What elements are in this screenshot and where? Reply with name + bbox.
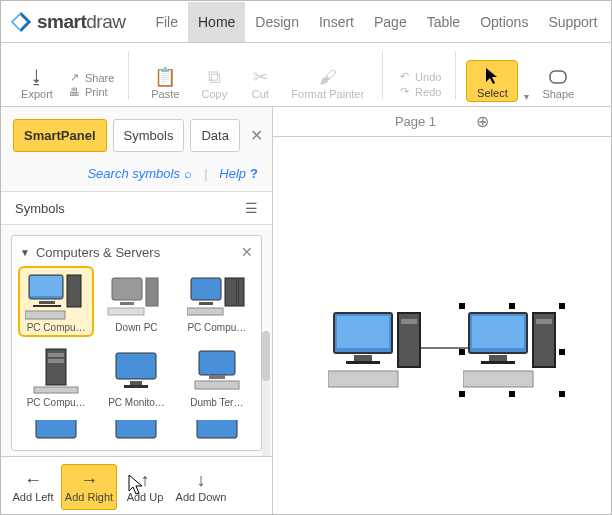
share-button[interactable]: ↗Share bbox=[67, 71, 114, 84]
add-up-button[interactable]: ↑Add Up bbox=[117, 465, 173, 509]
workspace: SmartPanel Symbols Data ✕ Search symbols… bbox=[1, 107, 611, 515]
symbols-header: Symbols ☰ bbox=[1, 191, 272, 225]
print-button[interactable]: 🖶Print bbox=[67, 86, 114, 98]
export-button[interactable]: ⭳ Export bbox=[11, 62, 63, 102]
svg-rect-8 bbox=[120, 302, 134, 305]
shape-button[interactable]: Shape bbox=[534, 62, 582, 102]
svg-rect-32 bbox=[346, 361, 380, 364]
node-pc-2-selected[interactable] bbox=[463, 307, 563, 400]
svg-rect-21 bbox=[130, 381, 142, 385]
select-dropdown[interactable]: ▾ bbox=[518, 91, 534, 102]
svg-rect-19 bbox=[34, 387, 78, 393]
selection-handle[interactable] bbox=[459, 349, 465, 355]
add-left-button[interactable]: ←Add Left bbox=[5, 465, 61, 509]
svg-rect-28 bbox=[197, 420, 237, 438]
copy-icon: ⧉ bbox=[208, 66, 221, 88]
svg-rect-27 bbox=[116, 420, 156, 438]
selection-handle[interactable] bbox=[459, 303, 465, 309]
copy-button[interactable]: ⧉ Copy bbox=[191, 62, 237, 102]
symbol-pc-computer-3[interactable]: PC Compu… bbox=[18, 341, 94, 412]
toolbar: ⭳ Export ↗Share 🖶Print 📋 Paste ⧉ Copy ✂ … bbox=[1, 43, 611, 107]
paste-icon: 📋 bbox=[154, 66, 176, 88]
add-page-icon[interactable]: ⊕ bbox=[476, 112, 489, 131]
node-pc-1[interactable] bbox=[328, 307, 428, 400]
menu-items: File Home Design Insert Page Table Optio… bbox=[145, 2, 607, 42]
svg-rect-35 bbox=[328, 371, 398, 387]
help-link[interactable]: Help ? bbox=[219, 166, 258, 181]
svg-rect-26 bbox=[36, 420, 76, 438]
tab-symbols[interactable]: Symbols bbox=[113, 119, 185, 152]
menu-design[interactable]: Design bbox=[245, 2, 309, 42]
symbol-item-7[interactable] bbox=[18, 416, 94, 444]
selection-handle[interactable] bbox=[559, 391, 565, 397]
svg-rect-20 bbox=[116, 353, 156, 379]
selection-handle[interactable] bbox=[509, 391, 515, 397]
menu-table[interactable]: Table bbox=[417, 2, 470, 42]
menu-insert[interactable]: Insert bbox=[309, 2, 364, 42]
selection-handle[interactable] bbox=[509, 303, 515, 309]
symbol-dumb-terminal[interactable]: Dumb Ter… bbox=[179, 341, 255, 412]
svg-rect-39 bbox=[481, 361, 515, 364]
svg-rect-4 bbox=[33, 305, 61, 307]
tab-smartpanel[interactable]: SmartPanel bbox=[13, 119, 107, 152]
svg-rect-11 bbox=[191, 278, 221, 300]
symbol-item-9[interactable] bbox=[179, 416, 255, 444]
menu-file[interactable]: File bbox=[145, 2, 188, 42]
symbol-item-8[interactable] bbox=[98, 416, 174, 444]
redo-button[interactable]: ↷Redo bbox=[397, 85, 441, 98]
tabs-close-icon[interactable]: ✕ bbox=[246, 122, 267, 149]
page-tab[interactable]: Page 1 bbox=[395, 114, 436, 129]
canvas-area: Page 1 ⊕ bbox=[273, 107, 611, 515]
hamburger-icon[interactable]: ☰ bbox=[245, 200, 258, 216]
undo-button[interactable]: ↶Undo bbox=[397, 70, 441, 83]
svg-rect-5 bbox=[67, 275, 81, 307]
side-panel: SmartPanel Symbols Data ✕ Search symbols… bbox=[1, 107, 273, 515]
format-painter-icon: 🖌 bbox=[319, 66, 337, 88]
cursor-icon bbox=[484, 65, 500, 87]
undo-icon: ↶ bbox=[397, 70, 411, 83]
search-icon: ⌕ bbox=[184, 166, 192, 181]
chevron-down-icon: ▼ bbox=[20, 247, 30, 258]
category-header[interactable]: ▼ Computers & Servers ✕ bbox=[18, 242, 255, 266]
symbol-pc-monitor[interactable]: PC Monito… bbox=[98, 341, 174, 412]
shape-icon bbox=[549, 66, 567, 88]
arrow-left-icon: ← bbox=[24, 471, 42, 489]
menu-options[interactable]: Options bbox=[470, 2, 538, 42]
menu-support[interactable]: Support bbox=[538, 2, 607, 42]
redo-icon: ↷ bbox=[397, 85, 411, 98]
category-close-icon[interactable]: ✕ bbox=[241, 244, 253, 260]
svg-rect-34 bbox=[401, 319, 417, 324]
svg-rect-13 bbox=[225, 278, 237, 306]
selection-handle[interactable] bbox=[559, 303, 565, 309]
paste-button[interactable]: 📋 Paste bbox=[139, 62, 191, 102]
tab-data[interactable]: Data bbox=[190, 119, 239, 152]
svg-rect-24 bbox=[209, 375, 225, 379]
svg-rect-25 bbox=[195, 381, 239, 389]
svg-rect-41 bbox=[536, 319, 552, 324]
arrow-up-icon: ↑ bbox=[141, 471, 150, 489]
symbol-grid: PC Compu… Down PC PC Compu… PC Compu… bbox=[18, 266, 255, 444]
symbol-down-pc[interactable]: Down PC bbox=[98, 266, 174, 337]
cut-button[interactable]: ✂ Cut bbox=[237, 62, 283, 102]
svg-rect-30 bbox=[337, 316, 389, 348]
format-painter-button[interactable]: 🖌 Format Painter bbox=[283, 62, 372, 102]
svg-rect-38 bbox=[489, 355, 507, 361]
selection-handle[interactable] bbox=[459, 391, 465, 397]
svg-rect-42 bbox=[463, 371, 533, 387]
svg-rect-10 bbox=[108, 308, 144, 315]
logo-icon bbox=[9, 10, 33, 34]
add-right-button[interactable]: →Add Right bbox=[61, 464, 117, 510]
symbol-pc-computer-selected[interactable]: PC Compu… bbox=[18, 266, 94, 337]
svg-rect-0 bbox=[550, 71, 566, 83]
menu-home[interactable]: Home bbox=[188, 2, 245, 42]
drawing-stage[interactable] bbox=[273, 137, 611, 515]
selection-handle[interactable] bbox=[559, 349, 565, 355]
add-down-button[interactable]: ↓Add Down bbox=[173, 465, 229, 509]
select-button[interactable]: Select bbox=[466, 60, 518, 102]
menu-page[interactable]: Page bbox=[364, 2, 417, 42]
svg-rect-31 bbox=[354, 355, 372, 361]
search-symbols-link[interactable]: Search symbols ⌕ bbox=[87, 166, 191, 181]
svg-rect-6 bbox=[25, 311, 65, 319]
symbol-pc-computer-2[interactable]: PC Compu… bbox=[179, 266, 255, 337]
svg-rect-18 bbox=[48, 359, 64, 363]
